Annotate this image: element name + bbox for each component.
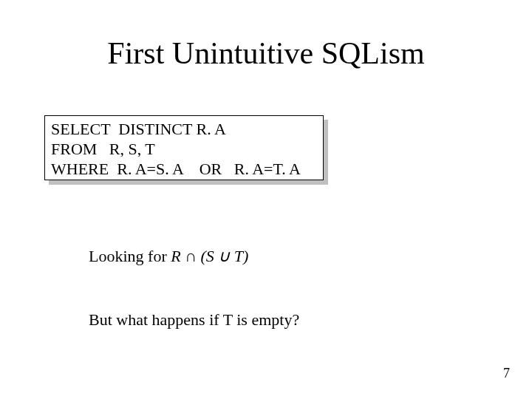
sql-line-1: SELECT DISTINCT R. A	[51, 120, 226, 138]
looking-for-line: Looking for R ∩ (S ∪ T)	[89, 247, 248, 266]
question-line: But what happens if T is empty?	[89, 310, 299, 330]
sql-line-3: WHERE R. A=S. A OR R. A=T. A	[51, 160, 301, 178]
sql-line-2: FROM R, S, T	[51, 140, 155, 158]
looking-for-label: Looking for	[89, 247, 171, 265]
formula: R ∩ (S ∪ T)	[171, 247, 248, 265]
slide-title: First Unintuitive SQLism	[0, 35, 532, 71]
slide: First Unintuitive SQLism SELECT DISTINCT…	[0, 0, 532, 399]
sql-code-box: SELECT DISTINCT R. A FROM R, S, T WHERE …	[44, 115, 324, 180]
page-number: 7	[503, 366, 510, 381]
